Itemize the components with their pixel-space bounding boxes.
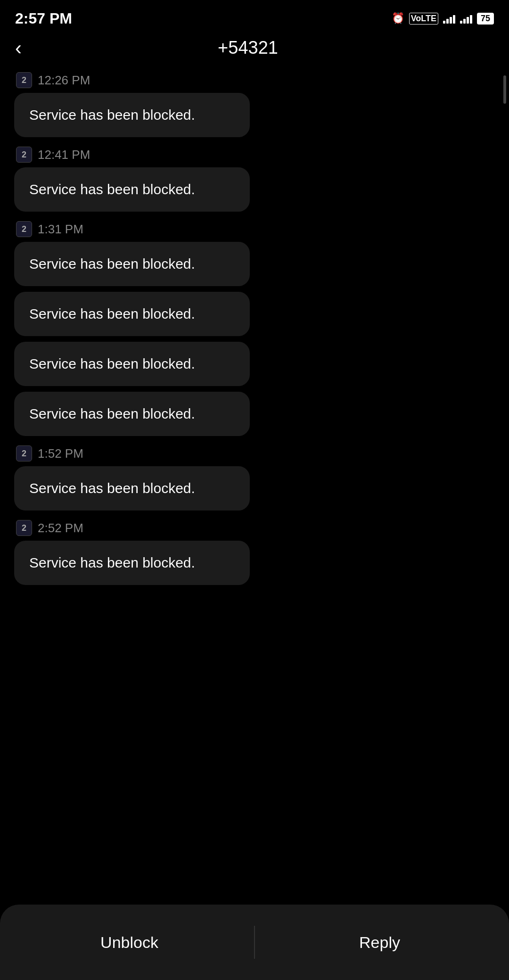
message-text: Service has been blocked. [29,406,195,421]
sim-badge: 2 [16,221,32,237]
status-icons: ⏰ VoLTE 75 [392,12,494,25]
sim-badge: 2 [16,147,32,163]
battery-icon: 75 [477,13,494,25]
message-text: Service has been blocked. [29,306,195,321]
timestamp-text: 2:52 PM [38,521,83,535]
timestamp-text: 1:31 PM [38,222,83,237]
message-text: Service has been blocked. [29,181,195,197]
messages-container: 212:26 PMService has been blocked.212:41… [0,67,509,901]
message-bubble: Service has been blocked. [14,93,250,137]
signal-bars-1 [443,13,455,24]
message-text: Service has been blocked. [29,356,195,371]
status-bar: 2:57 PM ⏰ VoLTE 75 [0,0,509,33]
message-timestamp-row: 212:41 PM [14,147,495,163]
sim-badge: 2 [16,72,32,88]
message-timestamp-row: 22:52 PM [14,520,495,536]
message-group: 22:52 PMService has been blocked. [14,520,495,585]
message-timestamp-row: 212:26 PM [14,72,495,88]
timestamp-text: 12:26 PM [38,73,90,88]
message-group: 21:31 PMService has been blocked.Service… [14,221,495,436]
message-text: Service has been blocked. [29,480,195,496]
message-group: 212:26 PMService has been blocked. [14,72,495,137]
status-time: 2:57 PM [15,10,72,27]
header: ‹ +54321 [0,33,509,67]
message-bubble: Service has been blocked. [14,541,250,585]
alarm-icon: ⏰ [392,12,404,25]
scrollbar-track[interactable] [503,75,506,905]
message-bubble: Service has been blocked. [14,466,250,511]
timestamp-text: 12:41 PM [38,148,90,162]
message-bubble: Service has been blocked. [14,292,250,336]
bottom-action-bar: Unblock Reply [0,905,509,980]
sim-badge: 2 [16,520,32,536]
timestamp-text: 1:52 PM [38,446,83,461]
message-timestamp-row: 21:52 PM [14,445,495,461]
message-text: Service has been blocked. [29,107,195,123]
message-group: 21:52 PMService has been blocked. [14,445,495,511]
message-bubble: Service has been blocked. [14,242,250,286]
signal-bars-2 [460,13,472,24]
message-bubble: Service has been blocked. [14,392,250,436]
unblock-button[interactable]: Unblock [9,916,249,968]
message-text: Service has been blocked. [29,555,195,570]
back-button[interactable]: ‹ [15,38,22,58]
message-text: Service has been blocked. [29,256,195,272]
message-group: 212:41 PMService has been blocked. [14,147,495,212]
message-bubble: Service has been blocked. [14,342,250,386]
page-title: +54321 [31,38,465,58]
scrollbar-thumb [503,75,506,104]
lte-icon: VoLTE [409,13,438,25]
divider [254,926,255,959]
message-bubble: Service has been blocked. [14,167,250,212]
message-timestamp-row: 21:31 PM [14,221,495,237]
reply-button[interactable]: Reply [260,916,500,968]
sim-badge: 2 [16,445,32,461]
